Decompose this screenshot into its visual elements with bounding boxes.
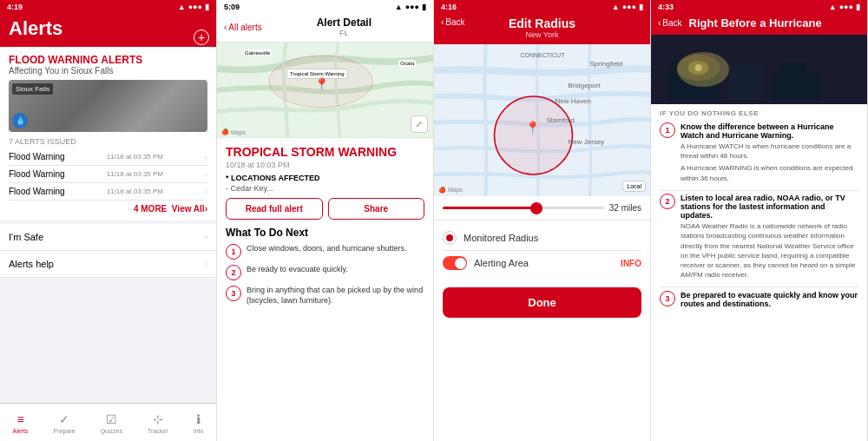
locations-item: - Cedar Key... [226, 184, 424, 193]
hurricane-step-3: 3 Be prepared to evacuate quickly and kn… [660, 291, 858, 310]
radius-slider[interactable] [443, 207, 604, 209]
step-num-3: 3 [226, 286, 241, 301]
radius-map[interactable]: Springfield Bridgeport New Haven Stamfor… [434, 44, 650, 196]
svg-point-3 [495, 96, 573, 174]
alert-row-1[interactable]: Flood Warning 11/18 at 03:35 PM › [9, 148, 207, 166]
expand-button[interactable]: ⤢ [411, 115, 428, 133]
detail-map[interactable]: Gainesville Ocala Tropical Storm Warning… [217, 43, 433, 138]
slider-section: 32 miles [434, 196, 650, 220]
alert-label-1: Flood Warning [9, 152, 65, 161]
share-button[interactable]: Share [328, 198, 425, 220]
more-label: 4 MORE [134, 204, 167, 214]
alert-row-3[interactable]: Flood Warning 11/18 at 03:35 PM › [9, 183, 207, 201]
svg-rect-14 [773, 71, 820, 100]
status-bar-1: 4:19 ▲ ●●● ▮ [0, 0, 216, 14]
radius-title: Edit Radius [509, 16, 575, 30]
im-safe-item[interactable]: I'm Safe › [0, 224, 216, 251]
hurricane-step-desc-2: NOAA Weather Radio is a nationwide netwo… [681, 221, 858, 280]
alerts-header: Alerts + [0, 14, 216, 47]
back-chevron-2: ‹ [224, 23, 227, 32]
monitored-radius-option[interactable]: Monitored Radius [443, 226, 641, 251]
hurricane-step-content-2: Listen to local area radio, NOAA radio, … [681, 194, 858, 280]
svg-text:New Haven: New Haven [556, 97, 591, 105]
done-button[interactable]: Done [443, 287, 641, 318]
alert-row-2[interactable]: Flood Warning 11/18 at 03:35 PM › [9, 166, 207, 183]
battery-icon-2: ▮ [422, 3, 426, 11]
svg-text:Stamford: Stamford [547, 116, 575, 124]
flood-icon: 💧 [12, 113, 28, 128]
maps-label-3: 🍎 Maps [438, 187, 463, 194]
alerts-tab-label: Alerts [13, 428, 29, 434]
alert-label-2: Flood Warning [9, 169, 65, 179]
info-link[interactable]: INFO [621, 259, 641, 268]
step-num-1: 1 [226, 244, 241, 260]
battery-icon-4: ▮ [856, 3, 860, 11]
step-text-3: Bring in anything that can be picked up … [247, 286, 424, 306]
divider-1 [660, 190, 858, 191]
time-3: 4:16 [441, 3, 457, 11]
signal-icon-3: ●●● [622, 3, 636, 11]
what-next-title: What To Do Next [226, 227, 424, 239]
hurricane-step-desc-1b: A Hurricane WARNING is when conditions a… [681, 163, 858, 182]
quizzes-tab-label: Quizzes [101, 428, 122, 434]
tab-alerts[interactable]: ≡ Alerts [13, 412, 29, 434]
signal-icon-4: ●●● [839, 3, 853, 11]
prepare-tab-icon: ✓ [59, 412, 69, 426]
wifi-icon-2: ▲ [395, 3, 403, 11]
back-label-3: Back [445, 17, 464, 27]
svg-text:Bridgeport: Bridgeport [569, 82, 602, 89]
back-label-2: All alerts [228, 23, 261, 32]
storm-date: 10/18 at 10:03 PM [226, 161, 424, 169]
radio-monitored[interactable] [443, 231, 457, 245]
back-button-4[interactable]: ‹ Back [658, 18, 682, 28]
status-icons-2: ▲ ●●● ▮ [395, 3, 426, 11]
svg-text:Springfield: Springfield [590, 60, 623, 68]
step-text-1: Close windows, doors, and hurricane shut… [247, 244, 407, 254]
screen-edit-radius: 4:16 ▲ ●●● ▮ ‹ Back Edit Radius New York… [434, 0, 651, 441]
tab-tracker[interactable]: ⊹ Tracker [148, 412, 168, 434]
tab-prepare[interactable]: ✓ Prepare [54, 412, 76, 434]
flood-subtitle: Affecting You in Sioux Falls [9, 66, 207, 76]
local-button[interactable]: Local [622, 181, 646, 192]
back-label-4: Back [662, 18, 681, 28]
tab-quizzes[interactable]: ☑ Quizzes [101, 412, 122, 434]
flood-alert-section: FLOOD WARNING ALERTS Affecting You in Si… [0, 47, 216, 220]
status-icons-3: ▲ ●●● ▮ [612, 3, 643, 11]
wifi-icon-3: ▲ [612, 3, 620, 11]
locations-header: * LOCATIONS AFFECTED [226, 174, 424, 182]
slider-value: 32 miles [609, 203, 641, 213]
step-num-2: 2 [226, 265, 241, 280]
back-chevron-4: ‹ [658, 18, 661, 28]
hurricane-step-title-2: Listen to local area radio, NOAA radio, … [681, 194, 858, 220]
alerts-help-item[interactable]: Alerts help › [0, 251, 216, 278]
add-button[interactable]: + [194, 30, 209, 45]
prepare-tab-label: Prepare [54, 428, 76, 434]
tracker-tab-icon: ⊹ [153, 412, 163, 426]
detail-content: TROPICAL STORM WARNING 10/18 at 10:03 PM… [217, 138, 433, 441]
view-all-label: View All [172, 204, 205, 214]
status-bar-4: 4:33 ▲ ●●● ▮ [651, 0, 867, 14]
signal-icon-2: ●●● [405, 3, 419, 11]
alerting-area-option[interactable]: Alerting Area INFO [443, 251, 641, 275]
hurricane-step-desc-1: A Hurricane WATCH is when hurricane cond… [681, 142, 858, 161]
back-button-2[interactable]: ‹ All alerts [224, 23, 262, 32]
back-button-3[interactable]: ‹ Back [441, 17, 465, 27]
alert-label-3: Flood Warning [9, 187, 65, 196]
hurricane-step-content-1: Know the difference between a Hurricane … [681, 122, 858, 183]
alert-date-2: 11/18 at 03:35 PM [107, 170, 163, 178]
info-tab-icon: ℹ [196, 412, 201, 426]
hero-image [651, 35, 867, 104]
status-bar-2: 5:09 ▲ ●●● ▮ [217, 0, 433, 14]
hurricane-step-title-1: Know the difference between a Hurricane … [681, 122, 858, 140]
storm-title: TROPICAL STORM WARNING [226, 145, 424, 159]
status-bar-3: 4:16 ▲ ●●● ▮ [434, 0, 650, 14]
toggle-alerting[interactable] [443, 256, 467, 270]
flood-image[interactable]: Sioux Falls 💧 [9, 80, 207, 132]
hurricane-step-content-3: Be prepared to evacuate quickly and know… [681, 291, 858, 310]
view-all[interactable]: 4 MORE View All › [9, 201, 207, 214]
read-full-alert-button[interactable]: Read full alert [226, 198, 323, 220]
svg-text:CONNECTICUT: CONNECTICUT [521, 52, 566, 58]
tab-info[interactable]: ℹ Info [194, 412, 204, 434]
hurricane-step-1: 1 Know the difference between a Hurrican… [660, 122, 858, 183]
chevron-help: › [205, 260, 207, 268]
